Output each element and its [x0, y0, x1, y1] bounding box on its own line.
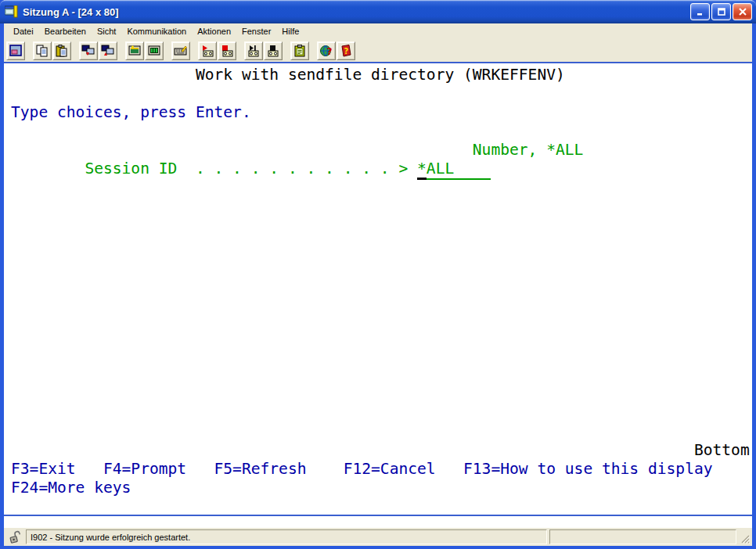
menu-kommunikation[interactable]: Kommunikation — [121, 25, 192, 38]
stop-record-icon — [220, 44, 234, 58]
menu-sicht[interactable]: Sicht — [92, 25, 121, 38]
receive-file-button[interactable] — [99, 41, 117, 60]
copy-icon — [35, 44, 49, 58]
status-message: I902 - Sitzung wurde erfolgreich gestart… — [31, 533, 190, 542]
maximize-button[interactable] — [711, 3, 731, 20]
color-setup-icon — [147, 44, 161, 58]
status-message-panel: I902 - Sitzung wurde erfolgreich gestart… — [26, 529, 547, 544]
stop-macro-icon — [266, 44, 280, 58]
stop-record-button[interactable] — [218, 41, 236, 60]
help-index-icon: ? — [339, 44, 353, 58]
stop-macro-button[interactable] — [264, 41, 283, 60]
menu-fenster[interactable]: Fenster — [236, 25, 276, 38]
svg-text:?: ? — [344, 46, 349, 55]
connection-status-panel — [5, 529, 24, 544]
close-button[interactable] — [733, 3, 752, 20]
menu-datei[interactable]: Datei — [8, 25, 39, 38]
statusbar: I902 - Sitzung wurde erfolgreich gestart… — [4, 528, 752, 546]
terminal-grid: Work with sendfile directory (WRKEFFENV)… — [4, 63, 752, 513]
session-id-row: Session ID . . . . . . . . . . . > *ALL — [11, 141, 491, 199]
resize-grip[interactable] — [736, 529, 751, 544]
menubar: Datei Bearbeiten Sicht Kommunikation Akt… — [4, 23, 752, 39]
oia-separator — [4, 515, 752, 516]
web-help-button[interactable]: ? — [317, 41, 336, 60]
keyboard-setup-button[interactable] — [171, 41, 190, 60]
titlebar: Sitzung A - [24 x 80] — [0, 0, 756, 23]
color-setup-button[interactable] — [145, 41, 164, 60]
new-screen-icon — [9, 44, 23, 58]
play-macro-button[interactable] — [244, 41, 263, 60]
web-help-icon: ? — [319, 44, 333, 58]
terminal-screen[interactable]: Work with sendfile directory (WRKEFFENV)… — [4, 62, 752, 528]
status-empty-panel — [549, 529, 736, 544]
window-title: Sitzung A - [24 x 80] — [23, 6, 690, 18]
send-file-icon — [81, 44, 95, 58]
record-macro-button[interactable] — [198, 41, 217, 60]
screen-title: Work with sendfile directory (WRKEFFENV) — [196, 66, 565, 84]
application-window: Sitzung A - [24 x 80] Datei Bearbeiten S… — [0, 0, 756, 549]
toolbar: ? ? — [4, 39, 752, 62]
text-cursor — [417, 178, 427, 180]
menu-hilfe[interactable]: Hilfe — [276, 25, 304, 38]
unlocked-padlock-icon — [7, 529, 22, 544]
new-screen-button[interactable] — [6, 41, 25, 60]
display-setup-icon — [128, 44, 142, 58]
display-setup-button[interactable] — [125, 41, 144, 60]
clipboard-button[interactable] — [290, 41, 309, 60]
session-id-input[interactable]: *ALL — [417, 160, 491, 180]
receive-file-icon — [101, 44, 115, 58]
paste-button[interactable] — [52, 41, 71, 60]
copy-button[interactable] — [33, 41, 52, 60]
function-keys-row2: F24=More keys — [11, 479, 131, 497]
keyboard-setup-icon — [174, 44, 188, 58]
instruction-line: Type choices, press Enter. — [11, 103, 251, 122]
paste-icon — [55, 44, 69, 58]
menu-aktionen[interactable]: Aktionen — [192, 25, 236, 38]
record-macro-icon — [200, 44, 214, 58]
session-id-label: Session ID . . . . . . . . . . . > — [85, 160, 417, 178]
bottom-marker: Bottom — [694, 441, 750, 460]
session-id-hint: Number, *ALL — [473, 141, 584, 160]
play-macro-icon — [247, 44, 261, 58]
menu-bearbeiten[interactable]: Bearbeiten — [39, 25, 92, 38]
clipboard-icon — [293, 44, 307, 58]
minimize-button[interactable] — [690, 3, 710, 20]
send-file-button[interactable] — [79, 41, 98, 60]
app-icon — [5, 5, 19, 18]
help-index-button[interactable]: ? — [337, 41, 355, 60]
svg-text:?: ? — [327, 46, 333, 57]
function-keys-row1: F3=Exit F4=Prompt F5=Refresh F12=Cancel … — [11, 460, 713, 479]
